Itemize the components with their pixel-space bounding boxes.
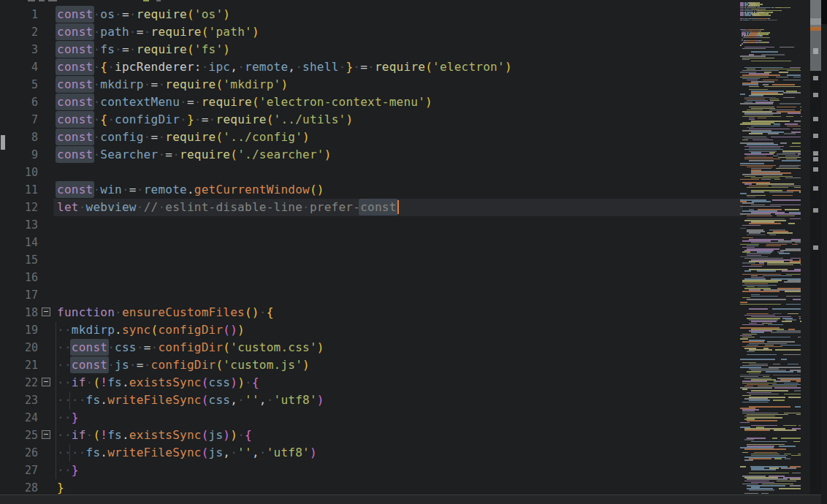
minimap-line: [742, 59, 750, 61]
minimap-line: [799, 318, 801, 319]
minimap-line: [771, 332, 801, 333]
minimap-line: [793, 299, 801, 300]
outer-scrollbar-thumb[interactable]: [1, 135, 5, 150]
cropped-glyph-fragment: [156, 0, 161, 1]
scrollbar-annotation-mark: [813, 93, 818, 97]
minimap-line: [740, 422, 750, 424]
minimap-line: [776, 168, 801, 169]
minimap-line: [747, 420, 777, 421]
minimap-line: [788, 112, 801, 114]
minimap-line: [800, 107, 801, 108]
minimap-line: [786, 116, 793, 118]
scrollbar-annotation-mark: [813, 186, 818, 191]
minimap-line: [740, 93, 745, 95]
minimap-line: [780, 47, 794, 48]
minimap-line: [761, 179, 771, 180]
scrollbar-thumb[interactable]: [810, 0, 821, 18]
minimap-line: [743, 20, 749, 21]
minimap[interactable]: [0, 0, 809, 504]
minimap-line: [785, 458, 790, 459]
minimap-line: [760, 15, 769, 16]
scrollbar-track[interactable]: [810, 0, 821, 504]
minimap-line: [777, 215, 794, 217]
minimap-line: [749, 473, 789, 474]
minimap-line: [766, 371, 794, 373]
minimap-line: [786, 304, 801, 305]
minimap-line: [744, 459, 753, 461]
minimap-line: [781, 438, 801, 439]
minimap-line: [747, 196, 755, 198]
scrollbar-thumb[interactable]: [810, 18, 821, 25]
minimap-line: [784, 281, 801, 283]
minimap-line: [751, 61, 791, 62]
minimap-line: [747, 234, 766, 236]
minimap-line: [761, 4, 763, 5]
minimap-line: [783, 425, 796, 427]
minimap-line: [747, 354, 777, 356]
minimap-line: [742, 402, 769, 403]
minimap-line: [757, 270, 776, 272]
minimap-line: [784, 133, 796, 134]
outer-scrollbar-track[interactable]: [821, 0, 827, 504]
minimap-line: [779, 72, 788, 73]
minimap-line: [792, 244, 798, 245]
minimap-line: [791, 455, 801, 457]
minimap-line: [752, 201, 771, 202]
scrollbar-annotation-mark: [813, 157, 818, 161]
minimap-line: [780, 142, 787, 144]
minimap-line: [786, 296, 801, 297]
minimap-line: [764, 86, 801, 88]
minimap-line: [780, 103, 801, 104]
minimap-line: [783, 92, 801, 93]
minimap-line: [781, 359, 787, 360]
minimap-line: [772, 195, 793, 196]
minimap-line: [773, 400, 785, 401]
minimap-line: [752, 140, 773, 141]
minimap-line: [768, 324, 783, 326]
minimap-line: [785, 291, 801, 292]
minimap-line: [753, 15, 759, 16]
minimap-line: [785, 177, 801, 179]
minimap-line: [740, 228, 746, 229]
minimap-line: [742, 389, 747, 390]
minimap-line: [767, 7, 771, 9]
minimap-line: [772, 438, 777, 439]
minimap-line: [801, 116, 802, 118]
minimap-line: [800, 264, 801, 266]
minimap-line: [773, 364, 780, 365]
cropped-glyph-fragment: [28, 0, 35, 1]
minimap-line: [769, 37, 770, 39]
minimap-line: [742, 266, 762, 267]
minimap-line: [794, 187, 801, 188]
minimap-line: [766, 245, 781, 247]
minimap-line: [768, 133, 780, 134]
minimap-line: [740, 466, 746, 467]
minimap-line: [794, 390, 801, 392]
minimap-line: [769, 32, 770, 34]
minimap-line: [785, 209, 799, 210]
minimap-line: [787, 70, 801, 72]
minimap-line: [768, 20, 774, 21]
minimap-line: [751, 126, 780, 127]
minimap-line: [771, 12, 773, 13]
minimap-line: [747, 187, 788, 188]
minimap-line: [776, 77, 788, 78]
minimap-line: [744, 429, 770, 431]
minimap-line: [750, 20, 751, 21]
minimap-line: [779, 488, 801, 489]
minimap-line: [769, 15, 771, 16]
horizontal-scrollbar-area[interactable]: [0, 495, 821, 504]
code-editor[interactable]: 1const·os·=·require('os')2const·path·=·r…: [0, 0, 827, 504]
minimap-line: [769, 234, 776, 236]
minimap-line: [788, 397, 801, 398]
minimap-line: [767, 264, 793, 266]
minimap-line: [783, 80, 801, 81]
minimap-line: [783, 354, 801, 356]
minimap-line: [740, 20, 742, 21]
minimap-line: [788, 223, 795, 224]
minimap-line: [783, 97, 795, 99]
minimap-line: [740, 193, 747, 194]
minimap-line: [790, 146, 801, 148]
minimap-line: [758, 118, 766, 119]
cropped-glyph-fragment: [39, 0, 45, 1]
